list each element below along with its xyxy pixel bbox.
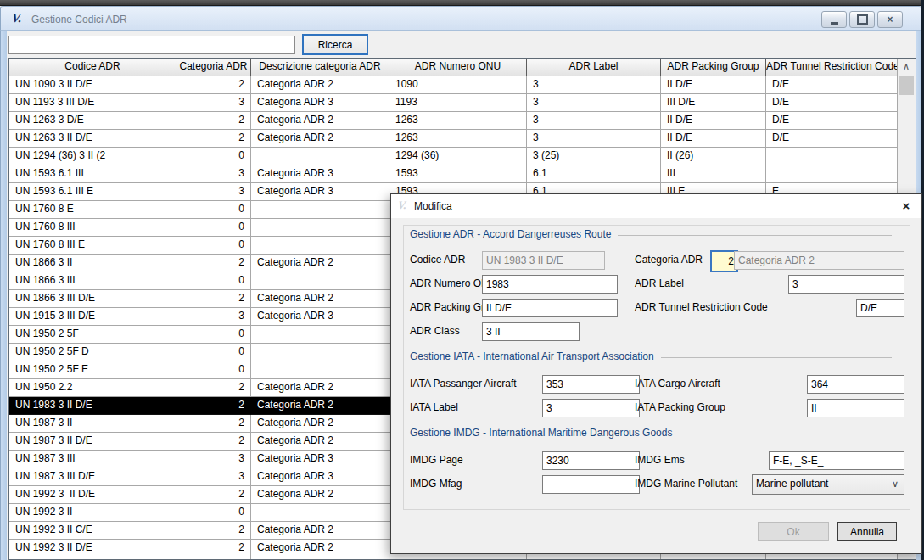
table-cell[interactable]: UN 1992 3 II C/E [9,522,176,540]
table-cell[interactable]: UN 1987 3 III [9,451,176,468]
table-cell[interactable]: Categoria ADR 2 [251,255,389,272]
table-cell[interactable]: 2 [176,415,251,433]
table-cell[interactable] [766,148,898,165]
table-cell[interactable]: UN 1760 8 III E [9,237,176,255]
table-cell[interactable]: 2 [176,522,251,540]
table-cell[interactable]: 3 [527,130,661,148]
table-cell[interactable]: II D/E [661,130,766,148]
table-cell[interactable]: II (26) [661,148,766,165]
table-cell[interactable]: UN 1950 2 5F D [9,344,176,361]
table-cell[interactable]: 1263 [389,112,527,130]
imdg-ems-field[interactable] [769,451,904,470]
table-cell[interactable] [251,237,389,255]
search-button[interactable]: Ricerca [302,34,368,55]
table-cell[interactable]: 3 [527,112,661,130]
table-cell[interactable]: UN 1866 3 II [9,255,176,272]
table-cell[interactable]: Categoria ADR 3 [251,94,389,112]
imdg-mfag-field[interactable] [542,475,640,494]
table-cell[interactable]: 2 [176,397,251,415]
table-row[interactable]: UN 1193 3 III D/E3Categoria ADR 311933II… [9,94,916,112]
adr-tunnel-field[interactable] [856,299,904,317]
table-cell[interactable]: 0 [176,219,251,237]
annulla-button[interactable]: Annulla [837,522,897,541]
table-cell[interactable] [251,148,389,165]
table-cell[interactable]: D/E [766,112,898,130]
table-cell[interactable]: UN 1992 3 II D/E [9,540,176,557]
table-cell[interactable]: 3 [176,165,251,183]
iata-packing-field[interactable] [807,399,904,417]
column-header-4[interactable]: ADR Numero ONU [389,59,527,76]
table-row[interactable]: UN 1263 3 II D/E2Categoria ADR 212633II … [9,130,916,148]
table-cell[interactable]: UN 1915 3 III D/E [9,308,176,326]
table-cell[interactable]: D/E [766,76,898,94]
adr-packing-group-field[interactable] [482,299,618,317]
table-cell[interactable]: 0 [176,504,251,522]
table-cell[interactable]: 3 [176,451,251,468]
table-cell[interactable]: 1193 [389,94,527,112]
table-cell[interactable]: 1294 (36) [389,148,527,165]
minimize-button[interactable] [821,11,847,28]
imdg-marine-pollutant-select[interactable]: Marine pollutant ∨ [752,474,904,495]
table-cell[interactable]: Categoria ADR 2 [251,76,389,94]
table-cell[interactable]: UN 1950 2 5F [9,326,176,344]
table-cell[interactable]: UN 1987 3 II D/E [9,433,176,451]
table-cell[interactable]: Categoria ADR 2 [251,130,389,148]
table-row[interactable]: UN 1294 (36) 3 II (201294 (36)3 (25)II (… [9,148,916,165]
table-cell[interactable]: 6.1 [527,165,661,183]
table-cell[interactable]: UN 1983 3 II D/E [9,397,176,415]
table-cell[interactable]: Categoria ADR 2 [251,415,389,433]
adr-class-field[interactable] [482,322,580,341]
table-cell[interactable]: UN 1263 3 II D/E [9,130,176,148]
table-cell[interactable]: 1090 [389,76,527,94]
table-cell[interactable]: UN 1090 3 II D/E [9,76,176,94]
maximize-button[interactable] [849,11,875,28]
table-cell[interactable]: 2 [176,540,251,557]
table-cell[interactable]: UN 1263 3 D/E [9,112,176,130]
table-cell[interactable]: 2 [176,112,251,130]
table-cell[interactable]: UN 1866 3 III D/E [9,290,176,308]
table-cell[interactable]: III [661,165,766,183]
table-cell[interactable]: II D/E [661,76,766,94]
table-cell[interactable]: 2 [176,255,251,272]
table-cell[interactable]: Categoria ADR 2 [251,433,389,451]
table-cell[interactable]: 0 [176,326,251,344]
table-cell[interactable]: 0 [176,237,251,255]
column-header-7[interactable]: ADR Tunnel Restriction Code [766,59,898,76]
table-cell[interactable]: 1263 [389,130,527,148]
table-row[interactable]: UN 1593 6.1 III3Categoria ADR 315936.1II… [9,165,916,183]
table-cell[interactable]: UN 1992 3 II [9,504,176,522]
table-row[interactable]: UN 1090 3 II D/E2Categoria ADR 210903II … [9,76,916,94]
table-cell[interactable]: 3 [527,76,661,94]
iata-label-field[interactable] [542,399,640,417]
scroll-thumb[interactable] [899,76,914,95]
table-cell[interactable]: 2 [176,130,251,148]
table-cell[interactable]: 2 [176,379,251,397]
table-cell[interactable] [251,219,389,237]
adr-numero-onu-field[interactable] [482,275,618,294]
table-cell[interactable]: Categoria ADR 3 [251,165,389,183]
column-header-6[interactable]: ADR Packing Group [661,59,766,76]
table-cell[interactable]: 3 [176,308,251,326]
table-cell[interactable]: 3 (25) [527,148,661,165]
table-cell[interactable]: 2 [176,290,251,308]
adr-label-field[interactable] [788,275,904,294]
table-cell[interactable]: Categoria ADR 2 [251,112,389,130]
table-cell[interactable] [251,504,389,522]
table-cell[interactable] [766,165,898,183]
table-cell[interactable]: 2 [176,76,251,94]
table-cell[interactable]: UN 1987 3 II [9,415,176,433]
table-cell[interactable]: 0 [176,344,251,361]
table-cell[interactable]: UN 1593 6.1 III E [9,183,176,201]
table-cell[interactable]: 2 [176,486,251,504]
table-cell[interactable]: 2 [176,433,251,451]
scroll-up-button[interactable]: ∧ [898,59,915,74]
table-cell[interactable]: 0 [176,201,251,219]
table-cell[interactable]: D/E [766,130,898,148]
table-cell[interactable]: Categoria ADR 3 [251,468,389,486]
table-cell[interactable]: Categoria ADR 2 [251,290,389,308]
table-cell[interactable] [251,344,389,361]
dialog-close-button[interactable]: × [898,198,915,215]
table-cell[interactable]: UN 1193 3 III D/E [9,94,176,112]
column-header-1[interactable]: Codice ADR [9,59,176,76]
table-cell[interactable]: 0 [176,148,251,165]
